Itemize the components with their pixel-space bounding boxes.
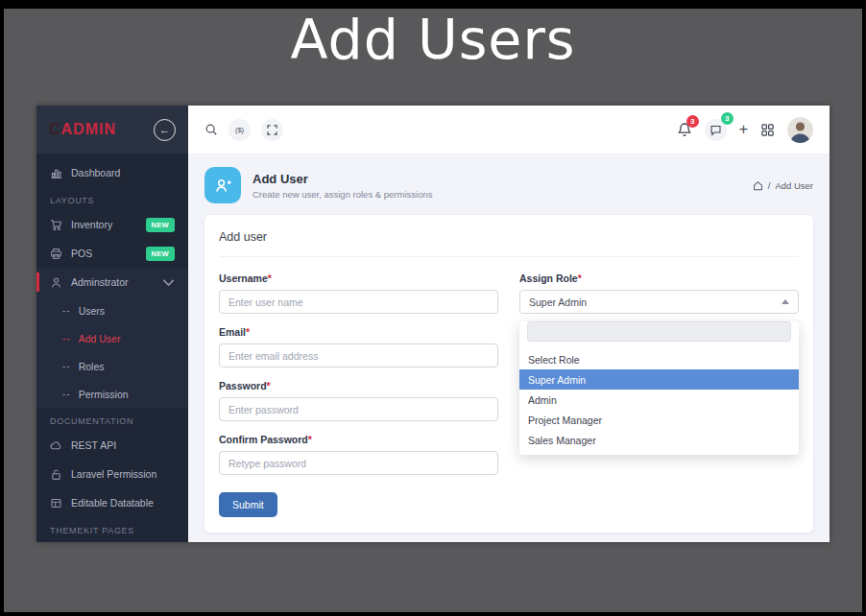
back-arrow-icon: ← [159,125,170,135]
assign-role-select[interactable]: Super Admin [519,290,799,314]
sidebar-section-layouts: LAYOUTS [36,187,188,210]
sidebar-item-dashboard[interactable]: Dashboard [36,158,188,187]
administrator-group: Adminstrator -- Users -- Add User -- Rol… [36,268,188,408]
required-mark: * [268,272,272,284]
sidebar-section-themekit: THEMEKIT PAGES [36,517,188,540]
form-right-column: Assign Role* Super Admin Select Role Sup… [519,272,799,517]
page-content: Add User Create new user, assign roles &… [188,154,830,542]
add-user-form: Username* Email* Password* Confirm [219,272,799,517]
sidebar-item-editable-datatable[interactable]: Editable Datatable [36,488,188,517]
sidebar-logo-bar: CADMIN ← [36,106,188,154]
submenu-dash: -- [62,361,71,371]
table-icon [50,497,62,509]
sidebar-item-label: REST API [71,439,116,451]
page-subtitle: Create new user, assign roles & permissi… [253,189,432,200]
messages-button[interactable]: 3 [705,119,727,141]
cash-icon: ($) [235,126,244,134]
role-dropdown-panel: Select Role Super Admin Admin Project Ma… [519,321,799,455]
role-option-admin[interactable]: Admin [519,390,799,410]
fullscreen-icon [267,125,277,135]
username-input[interactable] [219,290,498,314]
sidebar-item-roles[interactable]: -- Roles [36,352,188,380]
sidebar-item-add-user[interactable]: -- Add User [36,324,188,352]
grid-icon[interactable] [760,123,775,137]
banner-title: Add Users [0,8,866,71]
required-mark: * [308,434,312,445]
lock-icon [50,468,62,481]
user-avatar[interactable] [787,117,813,143]
add-user-card: Add user Username* Email* Pass [204,215,813,533]
logo-word-admin: ADMIN [61,121,116,137]
sidebar-item-label: Permission [79,389,129,400]
cash-button[interactable]: ($) [229,119,251,141]
card-title: Add user [219,230,799,257]
username-label: Username* [219,272,498,284]
sidebar-item-label: POS [71,248,92,259]
email-label: Email* [219,326,498,338]
chevron-down-icon [162,276,175,289]
password-field-group: Password* [219,380,498,421]
submit-button[interactable]: Submit [219,492,277,517]
plus-icon[interactable]: + [739,122,748,137]
notifications-button[interactable]: 3 [677,122,692,137]
logo-letter-c: C [49,121,61,137]
cart-icon [50,219,62,231]
role-dropdown-search-input[interactable] [527,321,791,342]
email-input[interactable] [219,344,498,367]
sidebar-menu: Dashboard LAYOUTS Inventory NEW POS NEW … [36,154,188,540]
user-plus-icon [214,177,232,195]
user-icon [50,276,62,289]
sidebar-item-rest-api[interactable]: REST API [36,431,188,460]
role-option-sales-manager[interactable]: Sales Manager [519,430,799,450]
chat-icon [710,124,722,136]
password-input[interactable] [219,397,498,421]
required-mark: * [246,326,250,338]
confirm-password-input[interactable] [219,451,498,475]
main-area: ($) 3 3 + [188,106,830,542]
topbar-right: 3 3 + [677,117,813,143]
bar-chart-icon [50,167,62,179]
assign-role-field-group: Assign Role* Super Admin Select Role Sup… [519,272,799,455]
app-logo[interactable]: CADMIN [49,121,116,138]
printer-icon [50,248,62,260]
sidebar-item-label: Editable Datatable [71,497,154,509]
role-option-select-role[interactable]: Select Role [519,349,799,369]
sidebar-item-label: Laravel Permission [71,468,156,480]
form-left-column: Username* Email* Password* Confirm [219,272,498,517]
sidebar-item-label: Adminstrator [71,276,129,288]
sidebar-item-permission[interactable]: -- Permission [36,380,188,408]
confirm-password-label-text: Confirm Password [219,434,308,445]
assign-role-selected-value: Super Admin [529,296,587,308]
breadcrumb: / Add User [753,180,813,191]
role-option-super-admin[interactable]: Super Admin [519,369,799,390]
sidebar-item-users[interactable]: -- Users [36,296,188,324]
search-icon[interactable] [204,123,218,136]
fullscreen-button[interactable] [261,119,283,141]
username-field-group: Username* [219,272,498,314]
sidebar-collapse-button[interactable]: ← [154,119,176,141]
sidebar-item-inventory[interactable]: Inventory NEW [36,210,188,239]
sidebar-item-laravel-permission[interactable]: Laravel Permission [36,460,188,488]
email-field-group: Email* [219,326,498,367]
password-label-text: Password [219,380,267,391]
required-mark: * [267,380,271,391]
caret-up-icon [782,299,789,304]
new-badge: NEW [146,218,175,232]
page-title: Add User [253,172,432,186]
page-header-icon-box [204,167,241,203]
page-header: Add User Create new user, assign roles &… [204,154,813,215]
sidebar-item-label: Inventory [71,219,112,230]
new-badge: NEW [146,247,175,261]
submenu-dash: -- [62,389,71,399]
assign-role-label: Assign Role* [519,272,799,284]
breadcrumb-separator: / [768,180,771,191]
sidebar-item-pos[interactable]: POS NEW [36,239,188,268]
sidebar-item-administrator[interactable]: Adminstrator [36,268,188,296]
page-header-text: Add User Create new user, assign roles &… [253,172,432,200]
cloud-icon [50,439,62,452]
submenu-dash: -- [62,333,71,344]
avatar-photo [787,117,813,143]
role-option-project-manager[interactable]: Project Manager [519,410,799,430]
sidebar-section-documentation: DOCUMENTATION [36,408,188,431]
home-icon[interactable] [753,180,763,191]
